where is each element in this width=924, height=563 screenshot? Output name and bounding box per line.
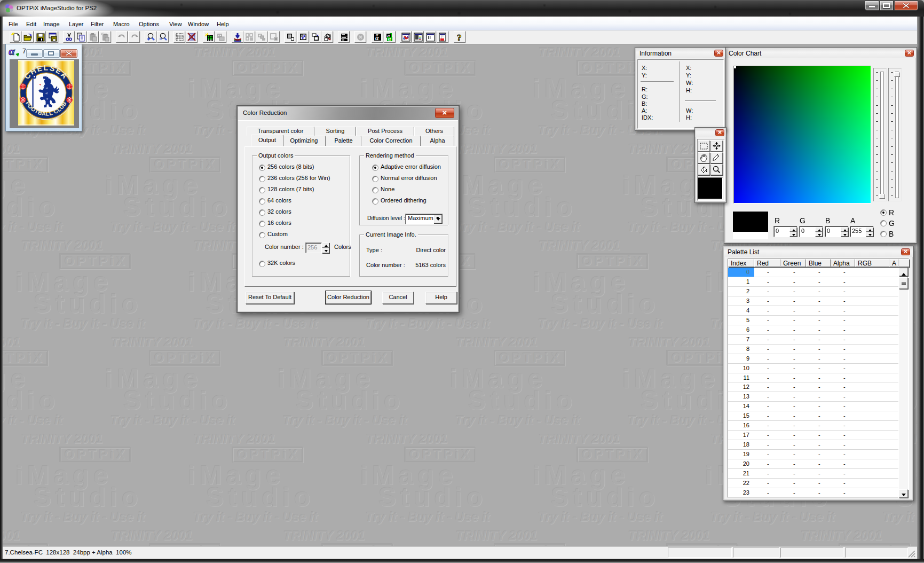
svg-text:α: α [376, 33, 378, 37]
svg-text:α: α [9, 46, 15, 57]
svg-text:?: ? [457, 33, 462, 42]
svg-text:α: α [388, 36, 391, 42]
